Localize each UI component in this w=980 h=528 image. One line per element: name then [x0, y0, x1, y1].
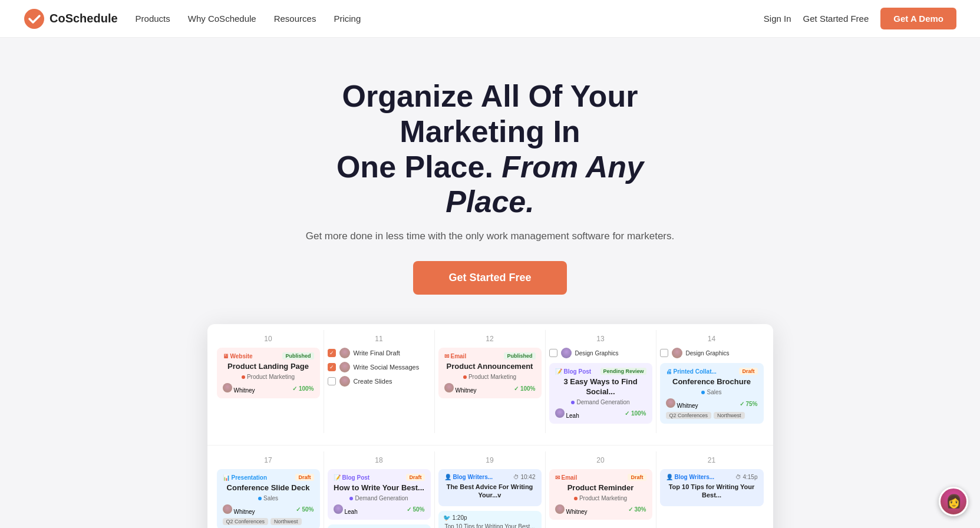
calendar-col-13: 13 Design Graphics 📝 Blog Post Pending R…	[546, 330, 656, 433]
get-started-nav-button[interactable]: Get Started Free	[803, 14, 869, 24]
nav-links: Products Why CoSchedule Resources Pricin…	[136, 14, 764, 24]
hero-headline: Organize All Of Your Marketing In One Pl…	[290, 79, 691, 220]
calendar-row-2: 17 📊 Presentation Draft Conference Slide…	[207, 445, 773, 528]
badge-published-1: Published	[282, 352, 314, 359]
calendar-col-12: 12 ✉ Email Published Product Announcemen…	[435, 330, 546, 433]
calendar-col-10: 10 🖥 Website Published Product Landing P…	[213, 330, 324, 433]
card-product-announcement: ✉ Email Published Product Announcement P…	[438, 348, 542, 398]
sign-in-button[interactable]: Sign In	[764, 14, 791, 24]
col-num-10: 10	[217, 335, 320, 343]
calendar-col-18: 18 📝 Blog Post Draft How to Write Your B…	[324, 451, 435, 528]
nav-right: Sign In Get Started Free Get A Demo	[764, 8, 956, 29]
calendar-col-20: 20 ✉ Email Draft Product Reminder Produc…	[546, 451, 656, 528]
card-social-post-18: 🐦 8:31p Here's the best advice for writi…	[328, 524, 431, 528]
card-slide-deck: 📊 Presentation Draft Conference Slide De…	[217, 469, 320, 528]
card-title-1: Product Landing Page	[223, 362, 314, 372]
navbar: CoSchedule Products Why CoSchedule Resou…	[0, 0, 980, 38]
card-conference-brochure: 🖨 Printed Collat... Draft Conference Bro…	[660, 363, 764, 424]
hero-subtext: Get more done in less time with the only…	[12, 230, 968, 242]
calendar-col-11: 11 ✓ Write Final Draft ✓ Write Social Me…	[324, 330, 435, 433]
get-demo-button[interactable]: Get A Demo	[880, 8, 956, 29]
calendar-preview: 10 🖥 Website Published Product Landing P…	[207, 324, 773, 528]
nav-resources[interactable]: Resources	[274, 14, 316, 24]
card-easy-ways: 📝 Blog Post Pending Review 3 Easy Ways t…	[549, 363, 652, 424]
task-write-social: ✓ Write Social Messages	[328, 362, 431, 372]
task-create-slides: Create Slides	[328, 376, 431, 387]
nav-products[interactable]: Products	[136, 14, 170, 24]
support-avatar[interactable]: 👩	[939, 487, 968, 516]
nav-pricing[interactable]: Pricing	[334, 14, 361, 24]
hero-section: Organize All Of Your Marketing In One Pl…	[0, 38, 980, 528]
card-write-best: 📝 Blog Post Draft How to Write Your Best…	[328, 469, 431, 520]
calendar-row-1: 10 🖥 Website Published Product Landing P…	[207, 324, 773, 439]
svg-point-0	[24, 9, 44, 29]
calendar-col-14: 14 Design Graphics 🖨 Printed Collat... D…	[656, 330, 767, 433]
calendar-col-19: 19 👤 Blog Writers... ⏱ 10:42 The Best Ad…	[435, 451, 546, 528]
card-product-reminder: ✉ Email Draft Product Reminder Product M…	[549, 469, 652, 520]
card-best-advice: 👤 Blog Writers... ⏱ 10:42 The Best Advic…	[438, 469, 542, 506]
logo[interactable]: CoSchedule	[24, 8, 118, 29]
hero-cta-button[interactable]: Get Started Free	[413, 261, 566, 295]
card-top10-tips: 👤 Blog Writers... ⏱ 4:15p Top 10 Tips fo…	[660, 469, 764, 506]
logo-text: CoSchedule	[50, 12, 118, 25]
card-social-post-19: 🐦 1:20p Top 10 Tips for Writing Your Bes…	[438, 511, 542, 528]
calendar-col-21: 21 👤 Blog Writers... ⏱ 4:15p Top 10 Tips…	[656, 451, 767, 528]
nav-why[interactable]: Why CoSchedule	[188, 14, 256, 24]
calendar-col-17: 17 📊 Presentation Draft Conference Slide…	[213, 451, 324, 528]
card-product-landing: 🖥 Website Published Product Landing Page…	[217, 348, 320, 398]
task-write-final: ✓ Write Final Draft	[328, 348, 431, 358]
